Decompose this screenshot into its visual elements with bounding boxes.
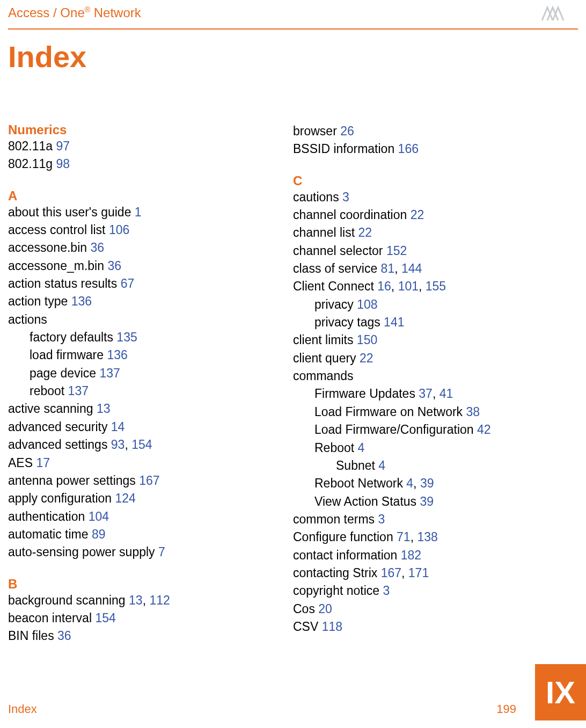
- page-ref[interactable]: 7: [158, 545, 165, 559]
- index-entry: antenna power settings 167: [8, 472, 293, 490]
- registered-mark: ®: [85, 5, 90, 14]
- page-ref[interactable]: 124: [115, 491, 135, 505]
- page-ref[interactable]: 97: [56, 139, 70, 153]
- index-entry: 802.11g 98: [8, 155, 293, 173]
- page-ref[interactable]: 101: [398, 279, 419, 293]
- section-tab: IX: [535, 664, 586, 720]
- page-ref[interactable]: 17: [36, 456, 50, 470]
- page-ref[interactable]: 39: [420, 476, 434, 490]
- index-entry: common terms 3: [293, 511, 578, 528]
- section-a: A: [8, 188, 293, 203]
- index-subentry: Reboot Network 4, 39: [314, 475, 578, 492]
- index-entry: 802.11a 97: [8, 137, 293, 155]
- page-ref[interactable]: 16: [377, 279, 391, 293]
- index-entry: beacon interval 154: [8, 609, 293, 627]
- page-ref[interactable]: 152: [386, 244, 407, 258]
- page-ref[interactable]: 136: [71, 294, 92, 308]
- index-entry: auto-sensing power supply 7: [8, 543, 293, 561]
- index-entry: channel coordination 22: [293, 206, 578, 224]
- index-subentry: factory defaults 135: [30, 329, 293, 346]
- page-ref[interactable]: 166: [398, 142, 419, 156]
- page-ref[interactable]: 4: [406, 476, 413, 490]
- index-entry: Client Connect 16, 101, 155: [293, 278, 578, 295]
- page-ref[interactable]: 89: [92, 527, 106, 541]
- page-ref[interactable]: 98: [56, 157, 70, 171]
- page-ref[interactable]: 67: [121, 276, 135, 290]
- page-ref[interactable]: 26: [340, 124, 354, 138]
- page-ref[interactable]: 3: [342, 190, 349, 204]
- index-entry: accessone.bin 36: [8, 239, 293, 257]
- index-entry: copyright notice 3: [293, 582, 578, 600]
- title-pre: Access / One: [8, 5, 85, 20]
- page-ref[interactable]: 39: [420, 494, 434, 508]
- page-ref[interactable]: 13: [97, 402, 111, 416]
- index-entry: action status results 67: [8, 275, 293, 293]
- index-entry-group: commands: [293, 367, 578, 385]
- footer-section: Index: [8, 702, 37, 716]
- page-ref[interactable]: 118: [322, 620, 342, 634]
- page-ref[interactable]: 104: [89, 509, 109, 523]
- page-ref[interactable]: 81: [381, 261, 395, 275]
- page-ref[interactable]: 136: [107, 348, 127, 362]
- index-entry: about this user's guide 1: [8, 203, 293, 221]
- page-ref[interactable]: 141: [384, 315, 404, 329]
- page-ref[interactable]: 135: [116, 330, 137, 344]
- page-ref[interactable]: 167: [381, 566, 401, 580]
- page-ref[interactable]: 150: [357, 333, 377, 347]
- page-ref[interactable]: 36: [107, 259, 121, 273]
- page-ref[interactable]: 36: [90, 241, 104, 254]
- page-ref[interactable]: 13: [129, 593, 143, 607]
- page-ref[interactable]: 3: [383, 584, 390, 598]
- page-ref[interactable]: 106: [109, 223, 129, 237]
- page-ref[interactable]: 182: [401, 548, 421, 562]
- page-number: 199: [496, 702, 516, 716]
- page-ref[interactable]: 4: [358, 441, 365, 455]
- index-subentry: Firmware Updates 37, 41: [314, 385, 578, 403]
- index-entry: action type 136: [8, 293, 293, 310]
- page-ref[interactable]: 41: [440, 387, 453, 401]
- page-ref[interactable]: 1: [135, 205, 142, 219]
- page-ref[interactable]: 138: [417, 530, 437, 544]
- index-subentry: page device 137: [30, 365, 293, 382]
- page-footer: Index 199: [8, 702, 586, 716]
- header-rule: [8, 28, 578, 30]
- page-ref[interactable]: 167: [139, 474, 159, 487]
- page-ref[interactable]: 14: [111, 420, 125, 434]
- page-ref[interactable]: 4: [378, 458, 385, 472]
- index-entry: automatic time 89: [8, 526, 293, 543]
- page-ref[interactable]: 37: [419, 387, 433, 401]
- page-ref[interactable]: 20: [318, 602, 332, 616]
- index-subentry: privacy tags 141: [314, 314, 578, 331]
- page-ref[interactable]: 137: [99, 366, 120, 380]
- index-entry: channel list 22: [293, 224, 578, 242]
- page-ref[interactable]: 38: [466, 405, 480, 419]
- page-ref[interactable]: 71: [397, 530, 411, 544]
- page-ref[interactable]: 22: [358, 225, 372, 239]
- page-ref[interactable]: 144: [401, 261, 422, 275]
- chevron-logo-icon: [541, 5, 565, 21]
- index-entry: class of service 81, 144: [293, 260, 578, 278]
- page-ref[interactable]: 3: [378, 512, 385, 526]
- page-ref[interactable]: 22: [411, 208, 424, 222]
- page-ref[interactable]: 112: [149, 593, 170, 607]
- page-ref[interactable]: 137: [68, 384, 89, 398]
- page-ref[interactable]: 155: [426, 279, 446, 293]
- index-entry: Cos 20: [293, 600, 578, 618]
- index-entry: Configure function 71, 138: [293, 528, 578, 546]
- index-entry: apply configuration 124: [8, 490, 293, 507]
- brand-logo: [541, 5, 565, 25]
- page-ref[interactable]: 154: [95, 611, 115, 625]
- index-entry: advanced settings 93, 154: [8, 436, 293, 454]
- index-entry: access control list 106: [8, 221, 293, 239]
- page-ref[interactable]: 22: [360, 351, 373, 365]
- page-ref[interactable]: 171: [408, 566, 429, 580]
- page-ref[interactable]: 108: [357, 297, 377, 311]
- right-column: browser 26 BSSID information 166 C cauti…: [293, 122, 578, 645]
- page-ref[interactable]: 93: [111, 438, 125, 452]
- page-ref[interactable]: 154: [131, 438, 152, 452]
- page-ref[interactable]: 42: [477, 423, 491, 436]
- index-subentry: Load Firmware on Network 38: [314, 403, 578, 421]
- index-entry: CSV 118: [293, 618, 578, 636]
- page-ref[interactable]: 36: [57, 629, 71, 643]
- index-entry: active scanning 13: [8, 400, 293, 418]
